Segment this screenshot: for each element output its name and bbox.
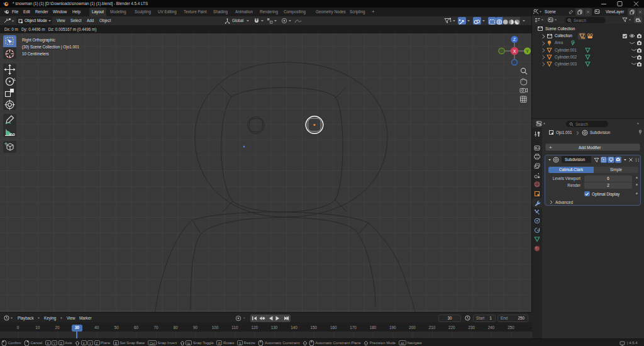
svg-text:Z: Z <box>513 37 516 42</box>
svg-text:Y: Y <box>526 49 529 53</box>
svg-text:X: X <box>513 49 516 53</box>
